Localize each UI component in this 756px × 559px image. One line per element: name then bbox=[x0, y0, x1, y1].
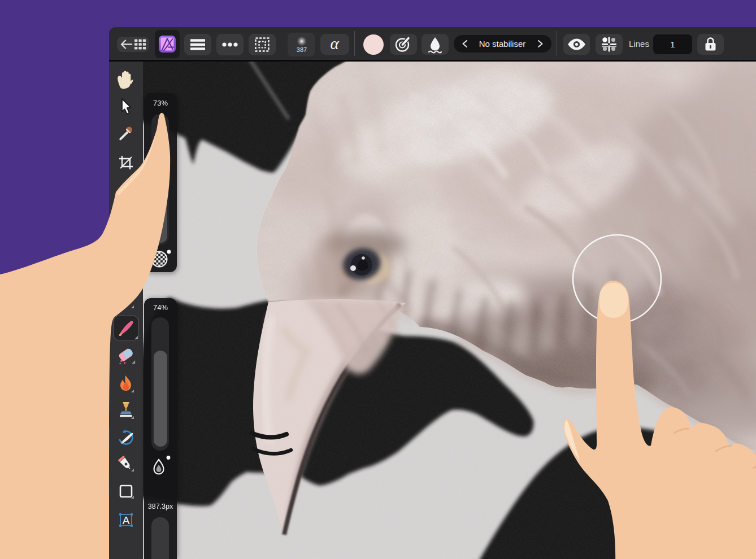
svg-text:No stabiliser: No stabiliser bbox=[479, 39, 526, 49]
svg-text:α: α bbox=[330, 34, 339, 53]
svg-text:387: 387 bbox=[297, 46, 307, 53]
svg-text:A: A bbox=[123, 514, 130, 526]
